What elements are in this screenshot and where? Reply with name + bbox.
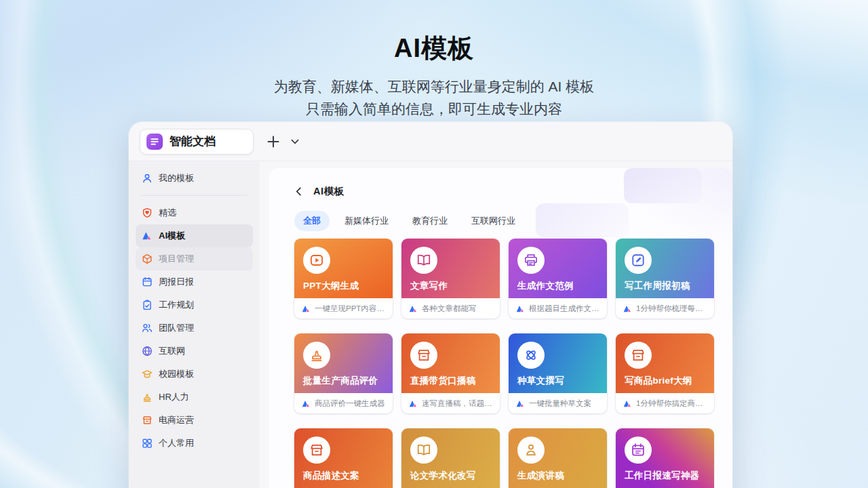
sidebar-nav: 我的模板精选AI模板项目管理周报日报工作规划团队管理互联网校园模板HR人力电商运…: [129, 161, 260, 488]
tab-all[interactable]: 全部: [294, 211, 330, 231]
card-ppt-outline[interactable]: PPT大纲生成一键呈现PPT内容框架: [294, 239, 393, 319]
card-essay-example[interactable]: 生成作文范例根据题目生成作文范例: [509, 239, 607, 319]
card-title: 直播带货口播稿: [410, 375, 476, 387]
store-icon: [625, 342, 652, 369]
sidebar-item-label: 互联网: [159, 345, 185, 357]
card-weekly-report-draft[interactable]: 写工作周报初稿1分钟帮你梳理每周事项: [616, 239, 714, 319]
sidebar-item-personal-common[interactable]: 个人常用: [136, 432, 253, 455]
stamp-icon: [142, 392, 153, 403]
page-title: AI模板: [0, 31, 868, 66]
tab-internet[interactable]: 互联网行业: [462, 211, 524, 231]
calendar-icon: [625, 436, 652, 464]
sidebar-item-internet[interactable]: 互联网: [136, 340, 253, 363]
sidebar-item-label: 电商运营: [159, 414, 194, 426]
book-icon: [410, 247, 437, 274]
tab-new-media[interactable]: 新媒体行业: [336, 211, 397, 231]
sidebar-item-campus-templates[interactable]: 校园模板: [136, 363, 253, 386]
ai-mark-icon: [409, 399, 418, 408]
card-cover: 生成演讲稿: [509, 428, 607, 488]
card-footer: 一键呈现PPT内容框架: [294, 298, 393, 319]
speaker-icon: [517, 436, 545, 464]
tab-education[interactable]: 教育行业: [403, 211, 456, 231]
card-description: 速写直播稿，话题卖点...: [422, 399, 492, 409]
card-cover: 工作日报速写神器: [616, 428, 714, 488]
card-title: 生成作文范例: [517, 280, 574, 292]
back-button[interactable]: [294, 187, 303, 196]
card-cover: 写商品brief大纲: [616, 333, 714, 393]
card-product-description[interactable]: 商品描述文案: [294, 428, 393, 488]
card-seeding-copy[interactable]: 种草文撰写一键批量种草文案: [509, 333, 607, 413]
sidebar-item-weekly-daily-report[interactable]: 周报日报: [136, 270, 253, 293]
template-card-grid: PPT大纲生成一键呈现PPT内容框架文章写作各种文章都能写生成作文范例根据题目生…: [294, 239, 713, 488]
card-title: 批量生产商品评价: [303, 375, 378, 387]
card-speech-generation[interactable]: 生成演讲稿: [509, 428, 607, 488]
sidebar-divider: [141, 195, 248, 196]
card-article-writing[interactable]: 文章写作各种文章都能写: [401, 239, 500, 319]
chevron-down-icon[interactable]: [291, 138, 299, 146]
card-title: PPT大纲生成: [303, 280, 359, 292]
sidebar-item-my-templates[interactable]: 我的模板: [136, 167, 253, 190]
card-livestream-script[interactable]: 直播带货口播稿速写直播稿，话题卖点...: [401, 333, 500, 413]
sidebar-item-ecommerce-operations[interactable]: 电商运营: [136, 409, 253, 432]
sidebar-item-project-management[interactable]: 项目管理: [136, 247, 253, 270]
brand-switcher-button[interactable]: 智能文档: [140, 129, 254, 155]
ai-mark-icon: [623, 304, 632, 313]
knot-icon: [517, 342, 545, 369]
ai-mark-icon: [302, 399, 311, 408]
card-description: 根据题目生成作文范例: [529, 304, 599, 314]
hero-section: AI模板 为教育、新媒体、互联网等行业量身定制的 AI 模板 只需输入简单的信息…: [0, 0, 868, 120]
card-bulk-product-reviews[interactable]: 批量生产商品评价商品评价一键生成器: [294, 333, 393, 413]
card-daily-report-writer[interactable]: 工作日报速写神器: [616, 428, 714, 488]
sidebar-item-featured[interactable]: 精选: [136, 201, 253, 224]
card-title: 写商品brief大纲: [625, 375, 692, 387]
sidebar-item-label: 工作规划: [159, 299, 194, 311]
sidebar-item-team-management[interactable]: 团队管理: [136, 317, 253, 340]
sidebar-item-label: 周报日报: [159, 276, 194, 288]
hero-subtitle-line1: 为教育、新媒体、互联网等行业量身定制的 AI 模板: [0, 75, 868, 98]
card-paper-academic-rewrite[interactable]: 论文学术化改写: [401, 428, 500, 488]
ai-logo-icon: [142, 230, 153, 241]
ai-mark-icon: [516, 399, 525, 408]
app-window: 智能文档 我的模板精选AI模板项目管理周报日报工作规划团队管理互联网校园模板HR…: [129, 122, 732, 488]
card-description: 1分钟帮你搞定商品宣传...: [636, 399, 707, 409]
hero-subtitle-line2: 只需输入简单的信息，即可生成专业内容: [0, 98, 868, 120]
card-footer: 根据题目生成作文范例: [509, 298, 607, 319]
stamp-icon: [303, 342, 330, 369]
card-description: 1分钟帮你梳理每周事项: [636, 304, 707, 314]
card-footer: 1分钟帮你搞定商品宣传...: [616, 393, 714, 413]
panel-inner: AI模板 全部新媒体行业教育行业互联网行业 PPT大纲生成一键呈现PPT内容框架…: [269, 168, 732, 488]
card-cover: 种草文撰写: [509, 333, 607, 393]
app-topbar: 智能文档: [129, 122, 732, 161]
app-body: 我的模板精选AI模板项目管理周报日报工作规划团队管理互联网校园模板HR人力电商运…: [129, 161, 732, 488]
card-title: 种草文撰写: [517, 375, 564, 387]
card-cover: 文章写作: [401, 239, 500, 298]
card-footer: 各种文章都能写: [401, 298, 500, 319]
ai-mark-icon: [516, 304, 525, 313]
sidebar-item-work-planning[interactable]: 工作规划: [136, 293, 253, 317]
card-title: 生成演讲稿: [517, 470, 564, 482]
card-cover: PPT大纲生成: [294, 239, 393, 298]
grad-cap-icon: [142, 369, 153, 380]
video-icon: [303, 247, 330, 274]
sidebar-item-label: 校园模板: [159, 368, 194, 380]
card-description: 一键批量种草文案: [529, 399, 591, 409]
sidebar-item-hr[interactable]: HR人力: [136, 386, 253, 409]
brand-name: 智能文档: [170, 134, 216, 149]
book-icon: [410, 436, 437, 464]
sidebar-item-ai-templates[interactable]: AI模板: [136, 224, 253, 247]
people-icon: [142, 323, 153, 333]
card-cover: 商品描述文案: [294, 428, 393, 488]
new-document-button[interactable]: [266, 134, 281, 149]
heart-badge-icon: [142, 207, 153, 218]
sidebar-item-label: 精选: [159, 207, 176, 219]
card-cover: 写工作周报初稿: [616, 239, 714, 298]
card-title: 论文学术化改写: [410, 470, 476, 482]
section-title: AI模板: [313, 185, 344, 198]
card-product-brief[interactable]: 写商品brief大纲1分钟帮你搞定商品宣传...: [616, 333, 714, 413]
sidebar-item-label: 团队管理: [159, 322, 194, 334]
grid-icon: [142, 438, 153, 449]
card-footer: 商品评价一键生成器: [294, 393, 393, 413]
card-title: 工作日报速写神器: [625, 470, 699, 482]
card-title: 写工作周报初稿: [625, 280, 690, 292]
sidebar-item-label: AI模板: [159, 230, 185, 242]
